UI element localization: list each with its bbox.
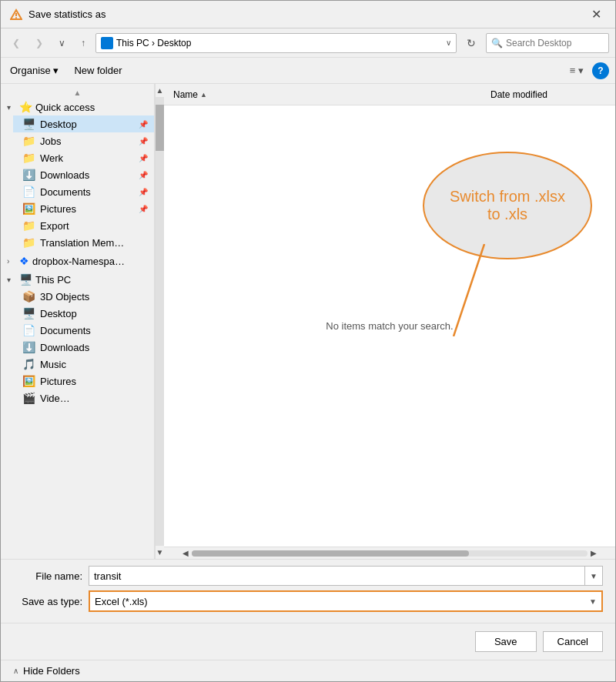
sidebar-item-desktop[interactable]: 🖥️ Desktop 📌 bbox=[13, 115, 154, 132]
title-bar: Save statistics as ✕ bbox=[1, 1, 615, 28]
dialog-icon bbox=[10, 8, 22, 21]
quick-access-label: Quick access bbox=[35, 102, 95, 113]
search-input[interactable] bbox=[506, 38, 604, 48]
sidebar-item-pictures[interactable]: 🖼️ Pictures 📌 bbox=[13, 200, 154, 217]
hide-folders-chevron-icon: ∧ bbox=[13, 667, 18, 675]
sort-arrow-icon: ▲ bbox=[200, 91, 207, 99]
this-pc-expand-icon: ▾ bbox=[7, 276, 16, 284]
pictures-icon: 🖼️ bbox=[22, 202, 35, 215]
file-name-dropdown-arrow[interactable]: ▼ bbox=[584, 567, 602, 585]
this-pc-label: This PC bbox=[35, 274, 71, 286]
dialog-title: Save statistics as bbox=[28, 8, 105, 20]
pin-icon: 📌 bbox=[139, 137, 148, 145]
hide-folders-bar[interactable]: ∧ Hide Folders bbox=[1, 660, 615, 681]
forward-button[interactable]: ❯ bbox=[30, 35, 49, 52]
scroll-track bbox=[156, 97, 164, 546]
sidebar-item-label: Werk bbox=[40, 152, 134, 164]
dropbox-section: › ❖ dropbox-Namespa… bbox=[1, 252, 154, 269]
file-name-input[interactable] bbox=[89, 567, 584, 585]
file-name-row: File name: ▼ bbox=[13, 566, 603, 586]
refresh-button[interactable]: ↻ bbox=[461, 35, 481, 52]
scroll-up-arrow: ▲ bbox=[1, 87, 154, 99]
3d-objects-icon: 📦 bbox=[22, 290, 35, 303]
save-type-select[interactable]: Excel (*.xls) Excel (*.xlsx) CSV (*.csv) bbox=[90, 592, 601, 610]
no-items-message: No items match your search. bbox=[326, 320, 453, 332]
cancel-button[interactable]: Cancel bbox=[543, 631, 603, 652]
content-area: Name ▲ Date modified No items match your… bbox=[164, 84, 615, 559]
save-type-row: Save as type: Excel (*.xls) Excel (*.xls… bbox=[13, 590, 603, 612]
speech-bubble-text: Switch from .xlsx to .xls bbox=[450, 188, 565, 223]
dropdown-button[interactable]: ∨ bbox=[53, 35, 71, 52]
sidebar-item-translation-mem[interactable]: 📁 Translation Mem… bbox=[13, 234, 154, 251]
pin-icon: 📌 bbox=[139, 171, 148, 179]
sidebar-item-3d-objects[interactable]: 📦 3D Objects bbox=[13, 288, 154, 305]
pin-icon: 📌 bbox=[139, 188, 148, 196]
hide-folders-label[interactable]: Hide Folders bbox=[23, 665, 80, 677]
quick-access-expand-icon: ▾ bbox=[7, 103, 16, 112]
sidebar-item-export[interactable]: 📁 Export bbox=[13, 217, 154, 234]
dropbox-icon: ❖ bbox=[19, 255, 29, 267]
scrollbar-track bbox=[192, 550, 588, 557]
quick-access-header[interactable]: ▾ ⭐ Quick access bbox=[1, 99, 154, 115]
organise-button[interactable]: Organise ▾ bbox=[7, 63, 62, 78]
sidebar-item-desktop-pc[interactable]: 🖥️ Desktop bbox=[13, 305, 154, 322]
sidebar-item-label: Translation Mem… bbox=[40, 237, 148, 249]
address-bar[interactable]: This PC › Desktop ∨ bbox=[95, 33, 457, 53]
quick-access-section: ▾ ⭐ Quick access 🖥️ Desktop 📌 📁 Jobs 📌 bbox=[1, 99, 154, 251]
col-name-header[interactable]: Name ▲ bbox=[173, 89, 475, 100]
sidebar-item-label: Jobs bbox=[40, 135, 134, 147]
sidebar-item-documents-pc[interactable]: 📄 Documents bbox=[13, 322, 154, 339]
up-button[interactable]: ↑ bbox=[75, 35, 91, 52]
col-date-header[interactable]: Date modified bbox=[490, 89, 606, 100]
view-controls: ≡ ▾ ? bbox=[564, 62, 609, 79]
navigation-toolbar: ❮ ❯ ∨ ↑ This PC › Desktop ∨ ↻ 🔍 bbox=[1, 28, 615, 58]
sidebar: ▲ ▾ ⭐ Quick access 🖥️ Desktop 📌 📁 bbox=[1, 84, 155, 559]
footer-buttons: Save Cancel bbox=[1, 623, 615, 660]
scrollbar-thumb[interactable] bbox=[192, 550, 469, 557]
quick-access-children: 🖥️ Desktop 📌 📁 Jobs 📌 📁 Werk 📌 bbox=[1, 115, 154, 251]
folder-icon: 📁 bbox=[22, 135, 35, 147]
scroll-left-button[interactable]: ◀ bbox=[179, 549, 192, 557]
file-name-input-wrapper[interactable]: ▼ bbox=[89, 566, 603, 586]
save-type-select-wrapper[interactable]: Excel (*.xls) Excel (*.xlsx) CSV (*.csv)… bbox=[89, 590, 603, 612]
sidebar-item-label: Downloads bbox=[40, 342, 148, 353]
file-name-label: File name: bbox=[13, 570, 82, 582]
pictures-pc-icon: 🖼️ bbox=[22, 375, 35, 387]
sidebar-scrollbar[interactable]: ▲ ▼ bbox=[155, 84, 164, 559]
speech-bubble-container: Switch from .xlsx to .xls bbox=[423, 152, 592, 259]
sidebar-item-downloads[interactable]: ⬇️ Downloads 📌 bbox=[13, 166, 154, 183]
sidebar-item-documents[interactable]: 📄 Documents 📌 bbox=[13, 183, 154, 200]
folder-icon: 📁 bbox=[22, 152, 35, 164]
sidebar-item-label: Desktop bbox=[40, 119, 134, 130]
sidebar-item-jobs[interactable]: 📁 Jobs 📌 bbox=[13, 132, 154, 149]
close-button[interactable]: ✕ bbox=[587, 7, 606, 22]
view-toggle-button[interactable]: ≡ ▾ bbox=[564, 62, 589, 79]
help-button[interactable]: ? bbox=[592, 62, 609, 79]
content-header: Name ▲ Date modified bbox=[164, 84, 615, 105]
scroll-right-button[interactable]: ▶ bbox=[588, 549, 600, 557]
svg-point-2 bbox=[15, 17, 17, 18]
folder-icon: 📁 bbox=[22, 236, 35, 249]
horizontal-scrollbar[interactable]: ◀ ▶ bbox=[164, 547, 615, 559]
pin-icon: 📌 bbox=[139, 205, 148, 213]
this-pc-header[interactable]: ▾ 🖥️ This PC bbox=[1, 271, 154, 288]
dropbox-header[interactable]: › ❖ dropbox-Namespa… bbox=[1, 252, 154, 269]
back-button[interactable]: ❮ bbox=[7, 35, 25, 52]
music-icon: 🎵 bbox=[22, 358, 35, 370]
sidebar-item-label: Desktop bbox=[40, 308, 148, 319]
this-pc-icon: 🖥️ bbox=[19, 273, 32, 286]
scroll-up-button[interactable]: ▲ bbox=[156, 84, 164, 97]
sidebar-item-werk[interactable]: 📁 Werk 📌 bbox=[13, 149, 154, 166]
sidebar-item-video[interactable]: 🎬 Vide… bbox=[13, 389, 154, 406]
sidebar-item-downloads-pc[interactable]: ⬇️ Downloads bbox=[13, 339, 154, 356]
new-folder-button[interactable]: New folder bbox=[71, 63, 125, 78]
search-icon: 🔍 bbox=[491, 38, 503, 48]
sidebar-item-music[interactable]: 🎵 Music bbox=[13, 356, 154, 373]
search-bar[interactable]: 🔍 bbox=[486, 33, 609, 53]
action-bar: Organise ▾ New folder ≡ ▾ ? bbox=[1, 58, 615, 84]
sidebar-item-label: Export bbox=[40, 220, 148, 232]
sidebar-item-pictures-pc[interactable]: 🖼️ Pictures bbox=[13, 373, 154, 389]
scroll-down-button[interactable]: ▼ bbox=[156, 546, 164, 559]
save-button[interactable]: Save bbox=[475, 631, 537, 652]
scroll-thumb[interactable] bbox=[156, 105, 164, 151]
